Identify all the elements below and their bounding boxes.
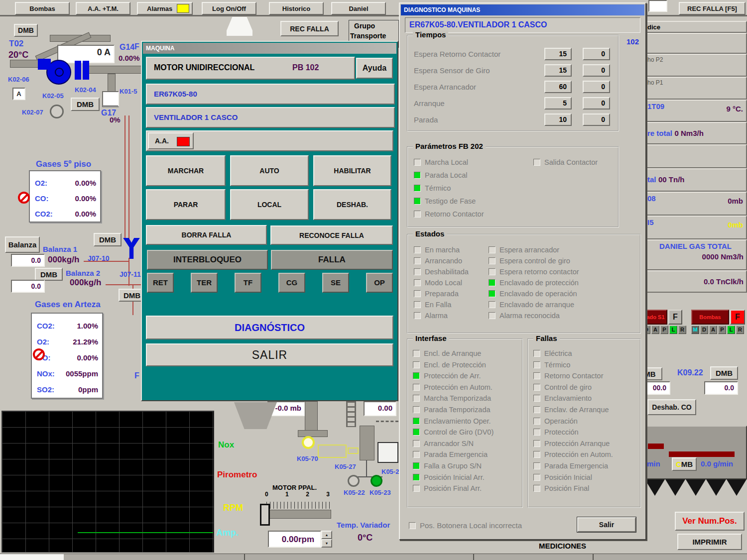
estado-row[interactable]: En Falla — [414, 301, 469, 309]
botonera-checkbox[interactable] — [409, 522, 416, 529]
interfase-checkbox[interactable] — [413, 485, 420, 492]
falla-row[interactable]: Eléctrica — [533, 349, 613, 357]
falla-checkbox[interactable] — [533, 451, 540, 458]
falla-row[interactable]: Parada Emergencia — [533, 462, 613, 470]
estado-checkbox[interactable] — [489, 246, 496, 253]
status-key[interactable]: M — [691, 326, 699, 334]
status-key[interactable]: P — [718, 326, 726, 334]
estado-row[interactable]: Enclavado de protección — [489, 279, 579, 287]
salir-button[interactable]: SALIR — [146, 343, 393, 366]
falla-checkbox[interactable] — [533, 372, 540, 379]
dmb-button-6[interactable]: DMB — [710, 366, 738, 380]
diag-salir-button[interactable]: Salir — [577, 517, 636, 532]
interfase-checkbox[interactable] — [413, 418, 420, 425]
falla-checkbox[interactable] — [533, 406, 540, 413]
falla-row[interactable]: Posición Final — [533, 484, 613, 492]
interfase-checkbox[interactable] — [413, 372, 420, 379]
tiempo-setpoint[interactable]: 60 — [544, 81, 572, 93]
botonera-row[interactable]: Pos. Botonera Local incorrecta — [409, 521, 522, 530]
command-button[interactable]: MARCHAR — [146, 155, 226, 186]
falla-checkbox[interactable] — [533, 440, 540, 447]
valve-icon-gray[interactable] — [348, 475, 360, 487]
tiempo-setpoint[interactable]: 10 — [544, 113, 572, 126]
falla-row[interactable]: Enclavamiento — [533, 394, 613, 402]
tiempo-actual[interactable]: 0 — [583, 48, 610, 60]
interfase-row[interactable]: Arrancador S/N — [413, 440, 494, 448]
interfase-row[interactable]: Encl. de Protección — [413, 361, 494, 369]
estado-checkbox[interactable] — [414, 279, 421, 286]
tiempo-actual[interactable]: 0 — [583, 97, 610, 110]
reconoce-falla-button[interactable]: RECONOCE FALLA — [270, 225, 393, 245]
falla-checkbox[interactable] — [533, 350, 540, 357]
historico-button[interactable]: Historico — [269, 2, 324, 15]
logon-button[interactable]: Log On/Off — [202, 2, 256, 15]
estado-checkbox[interactable] — [414, 301, 421, 308]
status-key[interactable]: A — [709, 326, 717, 334]
bombas-button[interactable]: Bombas — [15, 2, 70, 15]
estado-checkbox[interactable] — [489, 301, 496, 308]
falla-checkbox[interactable] — [533, 384, 540, 391]
diagnostico-titlebar[interactable]: DIAGNOSTICO MAQUINAS — [401, 4, 644, 15]
param-row[interactable]: Retorno Contactor — [414, 210, 484, 218]
interfase-checkbox[interactable] — [413, 406, 420, 413]
tiempo-setpoint[interactable]: 15 — [544, 48, 572, 60]
rpm-spinbox[interactable]: 0.00rpm — [268, 531, 321, 548]
param-row[interactable]: Marcha Local — [414, 158, 484, 166]
falla-checkbox[interactable] — [533, 462, 540, 469]
status-key[interactable]: L — [727, 326, 735, 334]
falla-row[interactable]: Posición Inicial — [533, 473, 613, 481]
command-button[interactable]: LOCAL — [230, 189, 309, 220]
ayuda-button[interactable]: Ayuda — [356, 58, 393, 79]
param-row[interactable]: Térmico — [414, 184, 484, 192]
estado-row[interactable]: Modo Local — [414, 279, 469, 287]
interfase-row[interactable]: Parada Temporizada — [413, 406, 494, 414]
status-key[interactable]: D — [700, 326, 708, 334]
estado-row[interactable]: En marcha — [414, 246, 469, 254]
aa-button[interactable]: A.A. — [148, 132, 194, 149]
falla-checkbox[interactable] — [533, 395, 540, 402]
interfase-checkbox[interactable] — [413, 361, 420, 368]
interfase-checkbox[interactable] — [413, 440, 420, 447]
estado-checkbox[interactable] — [489, 257, 496, 264]
daniel-button[interactable]: Daniel — [331, 2, 386, 15]
falla-row[interactable]: Control de giro — [533, 383, 613, 391]
imprimir-button[interactable]: IMPRIMIR — [677, 534, 742, 550]
estado-row[interactable]: Espera arrancador — [489, 246, 579, 254]
param-row[interactable]: Salida Contactor — [533, 158, 598, 166]
command-button[interactable]: DESHAB. — [313, 189, 391, 220]
estado-checkbox[interactable] — [414, 268, 421, 275]
deshab-co-button[interactable]: Deshab. CO — [647, 399, 696, 415]
estado-row[interactable]: Alarma reconocida — [489, 312, 579, 320]
falla-row[interactable]: Operación — [533, 417, 613, 425]
param-checkbox[interactable] — [414, 159, 421, 166]
interfase-checkbox[interactable] — [413, 384, 420, 391]
falla-checkbox[interactable] — [533, 429, 540, 436]
dmb-button-1[interactable]: DMB — [14, 24, 38, 37]
interfase-checkbox[interactable] — [413, 395, 420, 402]
falla-checkbox[interactable] — [533, 418, 540, 425]
falla-row[interactable]: Térmico — [533, 361, 613, 369]
estado-row[interactable]: Espera control de giro — [489, 257, 579, 265]
param-checkbox[interactable] — [414, 172, 421, 179]
dmb-button-3[interactable]: DMB — [94, 233, 122, 246]
dmb-button-4[interactable]: DMB — [35, 268, 63, 281]
interfase-row[interactable]: Protección de Arr. — [413, 372, 494, 380]
spin-down-button[interactable]: ▼ — [321, 539, 332, 548]
falla-row[interactable]: Protección Arranque — [533, 440, 613, 448]
param-checkbox[interactable] — [414, 185, 421, 192]
slider-handle[interactable] — [260, 504, 270, 526]
tiempo-actual[interactable]: 0 — [583, 81, 610, 93]
status-key[interactable]: P — [660, 326, 668, 334]
estado-row[interactable]: Deshabilitada — [414, 268, 469, 276]
estado-row[interactable]: Arrancando — [414, 257, 469, 265]
alarmas-button[interactable]: Alarmas — [137, 2, 193, 15]
estado-row[interactable]: Espera retorno contactor — [489, 268, 579, 276]
ver-num-pos-button[interactable]: Ver Num.Pos. — [675, 512, 745, 531]
cmb-button[interactable]: CMB — [672, 457, 697, 471]
falla-row[interactable]: Protección — [533, 428, 613, 436]
estado-row[interactable]: Enclavado de operación — [489, 290, 579, 298]
tiempo-actual[interactable]: 0 — [583, 64, 610, 77]
balanza-button[interactable]: Balanza — [5, 236, 40, 253]
falla-row[interactable]: Protección en Autom. — [533, 450, 613, 458]
valve-icon-yellow[interactable] — [302, 436, 315, 449]
